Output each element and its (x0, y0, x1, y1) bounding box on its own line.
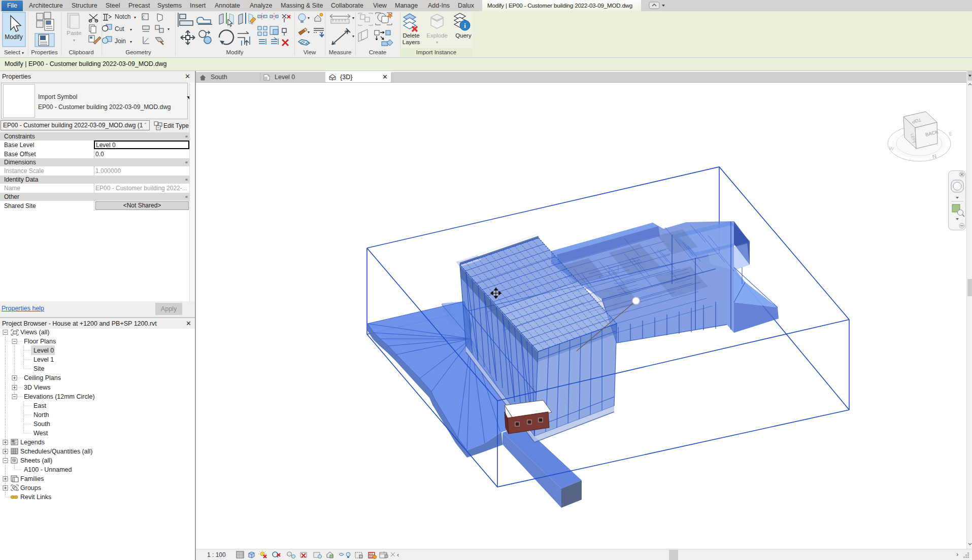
svg-text:Join: Join (115, 38, 126, 45)
svg-text:Legends: Legends (20, 439, 45, 446)
svg-text:Ceiling Plans: Ceiling Plans (24, 374, 61, 381)
svg-text:A100 - Unnamed: A100 - Unnamed (24, 466, 72, 473)
svg-text:W: W (889, 145, 895, 152)
svg-text:▾: ▾ (436, 40, 438, 45)
svg-text:Views (all): Views (all) (20, 329, 49, 336)
svg-text:Site: Site (33, 365, 45, 372)
svg-text:i: i (464, 22, 466, 29)
svg-text:Schedules/Quantities (all): Schedules/Quantities (all) (20, 448, 92, 455)
svg-text:Layers: Layers (403, 39, 420, 45)
svg-text:Groups: Groups (20, 484, 41, 492)
svg-text:Notch: Notch (115, 13, 130, 20)
svg-text:▾: ▾ (134, 15, 136, 20)
svg-text:Delete: Delete (403, 32, 419, 39)
svg-text:Level 0: Level 0 (33, 347, 54, 354)
svg-text:▾: ▾ (308, 30, 310, 34)
svg-text:Elevations (12mm Circle): Elevations (12mm Circle) (24, 393, 95, 400)
svg-text:3D Views: 3D Views (24, 384, 51, 391)
svg-text:Families: Families (20, 475, 44, 482)
svg-text:Modify: Modify (5, 33, 22, 41)
svg-text:▾: ▾ (73, 38, 75, 43)
svg-text:▾: ▾ (167, 27, 170, 31)
svg-text:Paste: Paste (66, 30, 81, 36)
svg-text:North: North (33, 411, 49, 418)
svg-text:Revit Links: Revit Links (20, 494, 51, 501)
svg-text:E: E (948, 130, 953, 137)
svg-text:Sheets (all): Sheets (all) (20, 457, 52, 464)
svg-text:Level 1: Level 1 (33, 356, 54, 363)
svg-text:▾: ▾ (130, 40, 132, 44)
svg-text:Explode: Explode (426, 32, 448, 39)
svg-text:▾: ▾ (130, 27, 132, 32)
svg-text:Cut: Cut (115, 25, 124, 32)
svg-text:East: East (33, 402, 47, 409)
svg-text:▾: ▾ (352, 16, 354, 20)
svg-text:▾: ▾ (352, 34, 354, 39)
svg-text:Floor Plans: Floor Plans (24, 338, 56, 345)
svg-text:South: South (33, 421, 50, 428)
svg-text:West: West (33, 430, 48, 437)
svg-text:Query: Query (455, 32, 472, 39)
svg-text:▾: ▾ (308, 16, 310, 20)
